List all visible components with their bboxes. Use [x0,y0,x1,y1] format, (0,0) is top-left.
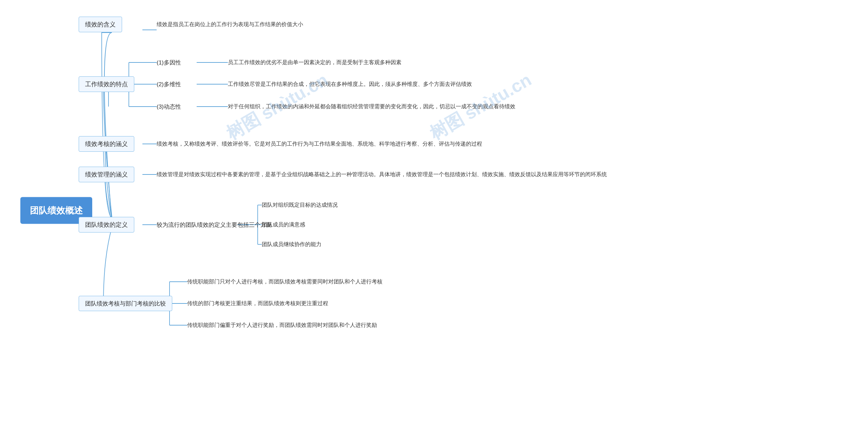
branch-node-b1: 绩效的含义 [79,17,122,32]
branch-node-b4: 绩效管理的涵义 [79,167,134,182]
branch-node-b3: 绩效考核的涵义 [79,136,134,152]
mindmap-container: 团队绩效概述 绩效的含义 绩效是指员工在岗位上的工作行为表现与工作结果的价值大小… [0,0,868,445]
leaf-s2-2: 工作绩效尽管是工作结果的合成，但它表现在多种维度上。因此，须从多种维度、多个方面… [228,81,472,88]
branch-node-b2: 工作绩效的特点 [79,76,134,92]
sub-branch-s5-1: 团队对组织既定目标的达成情况 [262,202,338,209]
sub-branch-s6-2: 传统的部门考核更注重结果，而团队绩效考核则更注重过程 [187,300,328,307]
sub-text-b5: 较为流行的团队绩效的定义主要包括三个方面 [157,221,272,229]
sub-branch-s5-3: 团队成员继续协作的能力 [262,241,321,248]
leaf-s2-3: 对于任何组织，工作绩效的内涵和外延都会随着组织经营管理需要的变化而变化，因此，切… [228,103,515,110]
sub-branch-s6-3: 传统职能部门偏重于对个人进行奖励，而团队绩效需同时对团队和个人进行奖励 [187,322,377,329]
sub-branch-s2-2: (2)多维性 [157,80,181,88]
sub-branch-s2-1: (1)多因性 [157,59,181,67]
sub-branch-s2-3: (3)动态性 [157,103,181,111]
branch-node-b6: 团队绩效考核与部门考核的比较 [79,296,172,311]
sub-branch-s6-1: 传统职能部门只对个人进行考核，而团队绩效考核需要同时对团队和个人进行考核 [187,278,382,285]
branch-node-b5: 团队绩效的定义 [79,217,134,233]
leaf-b4-1: 绩效管理是对绩效实现过程中各要素的管理，是基于企业组织战略基础之上的一种管理活动… [157,171,607,178]
leaf-b3-1: 绩效考核，又称绩效考评、绩效评价等。它是对员工的工作行为与工作结果全面地、系统地… [157,141,482,148]
leaf-s2-1: 员工工作绩效的优劣不是由单一因素决定的，而是受制于主客观多种因素 [228,59,401,66]
sub-branch-s5-2: 团队成员的满意感 [262,221,305,228]
leaf-b1-1: 绩效是指员工在岗位上的工作行为表现与工作结果的价值大小 [157,21,303,28]
